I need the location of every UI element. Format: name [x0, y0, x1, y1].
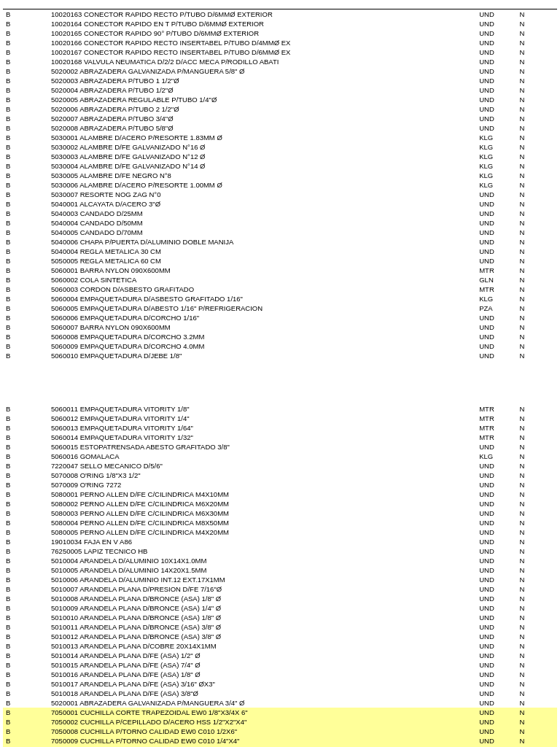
cell-bien [26, 565, 48, 575]
cell-descripcion: 19010034 FAJA EN V A86 [48, 537, 476, 546]
cell-bien [26, 38, 48, 47]
cell-catalogo: B [3, 452, 26, 461]
cell-descripcion: 5010010 ARANDELA PLANA D/BRONCE (ASA) 1/… [48, 613, 476, 622]
cell-catalogo: B [3, 180, 26, 190]
cell-activo: N [517, 556, 557, 565]
cell-umd: UND [476, 736, 516, 746]
cell-umd: UND [476, 471, 516, 480]
table-row: B5040004 REGLA METALICA 30 CMUNDN [3, 247, 557, 256]
cell-activo: N [517, 461, 557, 471]
cell-activo: N [517, 133, 557, 142]
cell-bien [26, 19, 48, 28]
cell-activo: N [517, 508, 557, 518]
cell-bien [26, 518, 48, 527]
cell-catalogo: B [3, 190, 26, 199]
table-row: B5080002 PERNO ALLEN D/FE C/CILINDRICA M… [3, 499, 557, 508]
table-row: B5010004 ARANDELA D/ALUMINIO 10X14X1.0MM… [3, 556, 557, 565]
cell-activo: N [517, 47, 557, 57]
cell-bien [26, 209, 48, 218]
table-row: B19010034 FAJA EN V A86UNDN [3, 537, 557, 546]
cell-catalogo: B [3, 9, 26, 20]
cell-descripcion: 5060006 EMPAQUETADURA D/CORCHO 1/16" [48, 313, 476, 322]
cell-bien [26, 247, 48, 256]
cell-descripcion: 5010011 ARANDELA PLANA D/BRONCE (ASA) 3/… [48, 622, 476, 632]
cell-descripcion: 7220047 SELLO MECANICO D/5/6" [48, 461, 476, 471]
cell-activo: N [517, 670, 557, 679]
table-row: B5010012 ARANDELA PLANA D/BRONCE (ASA) 3… [3, 632, 557, 641]
cell-descripcion: 5060010 EMPAQUETADURA D/JEBE 1/8" [48, 351, 476, 360]
table-row: B5030004 ALAMBRE D/FE GALVANIZADO N°14 Ø… [3, 161, 557, 171]
cell-descripcion: 7050002 CUCHILLA P/CEPILLADO D/ACERO HSS… [48, 717, 476, 727]
table-row: B5040006 CHAPA P/PUERTA D/ALUMINIO DOBLE… [3, 237, 557, 247]
cell-umd: MTR [476, 404, 516, 414]
cell-descripcion: 5010016 ARANDELA PLANA D/FE (ASA) 1/8" Ø [48, 670, 476, 679]
cell-activo: N [517, 351, 557, 360]
cell-bien [26, 341, 48, 351]
cell-activo: N [517, 218, 557, 228]
cell-descripcion: 5010017 ARANDELA PLANA D/FE (ASA) 3/16" … [48, 679, 476, 689]
cell-bien [26, 736, 48, 746]
cell-umd: UND [476, 351, 516, 360]
cell-descripcion: 5050005 REGLA METALICA 60 CM [48, 256, 476, 266]
cell-bien [26, 85, 48, 95]
table-row: B7050002 CUCHILLA P/CEPILLADO D/ACERO HS… [3, 717, 557, 727]
cell-bien [26, 218, 48, 228]
cell-bien [26, 489, 48, 499]
cell-bien [26, 414, 48, 423]
table-row: B5060009 EMPAQUETADURA D/CORCHO 4.0MMUND… [3, 341, 557, 351]
cell-descripcion: 5060013 EMPAQUETADURA VITORITY 1/64" [48, 423, 476, 433]
cell-catalogo: B [3, 518, 26, 527]
cell-descripcion: 5030003 ALAMBRE D/FE GALVANIZADO N°12 Ø [48, 152, 476, 161]
cell-activo: N [517, 199, 557, 209]
cell-bien [26, 679, 48, 689]
table-row: B10020164 CONECTOR RAPIDO EN T P/TUBO D/… [3, 19, 557, 28]
cell-bien [26, 622, 48, 632]
table-row: B7050008 CUCHILLA P/TORNO CALIDAD EW0 C0… [3, 727, 557, 736]
cell-descripcion: 10020167 CONECTOR RAPIDO RECTO INSERTABE… [48, 47, 476, 57]
cell-bien [26, 294, 48, 303]
cell-catalogo: B [3, 85, 26, 95]
cell-catalogo: B [3, 499, 26, 508]
cell-descripcion: 5020003 ABRAZADERA P/TUBO 1 1/2"Ø [48, 76, 476, 85]
table-row: B5030006 ALAMBRE D/ACERO P/RESORTE 1.00M… [3, 180, 557, 190]
cell-activo: N [517, 717, 557, 727]
cell-bien [26, 9, 48, 20]
cell-bien [26, 404, 48, 414]
cell-descripcion: 5010009 ARANDELA PLANA D/BRONCE (ASA) 1/… [48, 603, 476, 613]
cell-catalogo: B [3, 114, 26, 123]
cell-umd: GLN [476, 275, 516, 285]
table-row: B7220047 SELLO MECANICO D/5/6"UNDN [3, 461, 557, 471]
cell-activo: N [517, 152, 557, 161]
cell-catalogo: B [3, 689, 26, 698]
cell-catalogo: B [3, 171, 26, 180]
table-row: B5070009 O'RING 7272UNDN [3, 480, 557, 489]
cell-umd: UND [476, 613, 516, 622]
cell-bien [26, 632, 48, 641]
table-row: B5060001 BARRA NYLON 090X600MMMTRN [3, 266, 557, 275]
cell-descripcion: 5040005 CANDADO D/70MM [48, 228, 476, 237]
table-row: B5040001 ALCAYATA D/ACERO 3"ØUNDN [3, 199, 557, 209]
cell-bien [26, 47, 48, 57]
cell-umd: UND [476, 461, 516, 471]
cell-descripcion: 5010013 ARANDELA PLANA D/COBRE 20X14X1MM [48, 641, 476, 651]
cell-umd: UND [476, 679, 516, 689]
cell-bien [26, 237, 48, 247]
cell-umd: KLG [476, 294, 516, 303]
section-gap [3, 360, 557, 404]
cell-umd: UND [476, 622, 516, 632]
cell-descripcion: 5080002 PERNO ALLEN D/FE C/CILINDRICA M6… [48, 499, 476, 508]
cell-bien [26, 537, 48, 546]
cell-umd: UND [476, 546, 516, 556]
cell-catalogo: B [3, 603, 26, 613]
cell-bien [26, 190, 48, 199]
cell-bien [26, 228, 48, 237]
cell-activo: N [517, 313, 557, 322]
cell-umd: UND [476, 38, 516, 47]
cell-activo: N [517, 480, 557, 489]
cell-activo: N [517, 123, 557, 133]
cell-umd: UND [476, 341, 516, 351]
cell-umd: UND [476, 313, 516, 322]
cell-activo: N [517, 209, 557, 218]
cell-umd: UND [476, 85, 516, 95]
cell-catalogo: B [3, 57, 26, 66]
